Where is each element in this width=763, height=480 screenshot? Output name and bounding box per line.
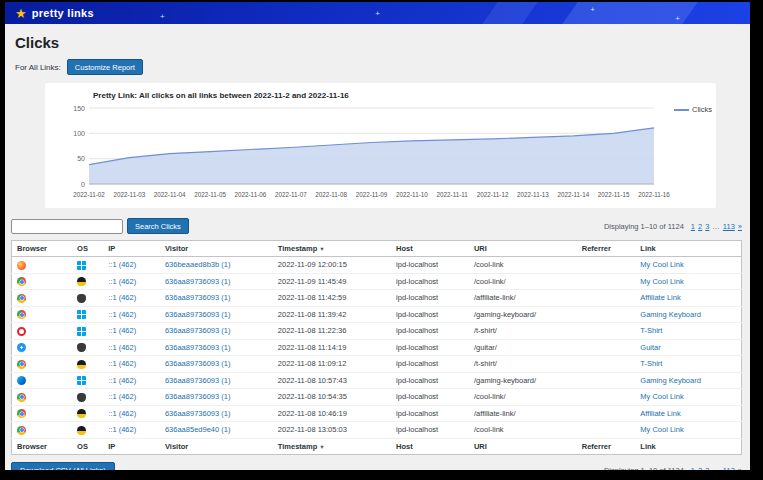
sparkle-icon: + [375,10,380,18]
pretty-link-link[interactable]: T-Shirt [640,359,662,368]
svg-text:2022-11-07: 2022-11-07 [275,191,307,198]
customize-report-button[interactable]: Customize Report [67,59,143,75]
column-header-visitor[interactable]: Visitor [160,438,273,454]
pagination-page-3[interactable]: 3 [705,466,709,470]
timestamp-cell: 2022-11-08 10:46:19 [273,405,391,422]
column-header-os[interactable]: OS [72,241,103,257]
pretty-link-link[interactable]: My Cool Link [640,277,683,286]
timestamp-cell: 2022-11-08 10:57:43 [273,372,391,389]
linux-os-icon [77,360,86,369]
column-header-link[interactable]: Link [635,241,741,257]
browser-cell [12,422,73,439]
sparkle-icon: + [590,6,595,14]
column-header-referrer[interactable]: Referrer [577,241,636,257]
svg-text:2022-11-08: 2022-11-08 [315,191,347,198]
pagination-page-»[interactable]: » [738,222,742,231]
pagination-page-1[interactable]: 1 [691,222,695,231]
ip-link[interactable]: ::1 (462) [108,359,136,368]
visitor-link[interactable]: 636aa85ed9e40 (1) [165,425,230,434]
ip-cell: ::1 (462) [103,290,160,307]
host-cell: ipd-localhost [391,405,469,422]
column-header-ip[interactable]: IP [103,438,160,454]
os-cell [72,257,103,274]
pagination-page-3[interactable]: 3 [705,222,709,231]
visitor-link[interactable]: 636aa89736093 (1) [165,343,230,352]
visitor-link[interactable]: 636aa89736093 (1) [165,409,230,418]
ip-link[interactable]: ::1 (462) [108,260,136,269]
column-header-referrer[interactable]: Referrer [577,438,636,454]
column-header-browser[interactable]: Browser [12,241,73,257]
pretty-link-link[interactable]: Gaming Keyboard [640,376,700,385]
column-header-visitor[interactable]: Visitor [160,241,273,257]
ip-link[interactable]: ::1 (462) [108,310,136,319]
pretty-link-link[interactable]: Affiliate Link [640,293,680,302]
os-cell [72,356,103,373]
visitor-link[interactable]: 636aa89736093 (1) [165,293,230,302]
ip-cell: ::1 (462) [103,306,160,323]
pretty-link-link[interactable]: My Cool Link [640,392,683,401]
column-header-ip[interactable]: IP [103,241,160,257]
column-header-host[interactable]: Host [391,241,469,257]
pretty-link-link[interactable]: Affiliate Link [640,409,680,418]
legend-swatch [674,109,689,111]
page-title: Clicks [15,34,742,51]
visitor-link[interactable]: 636aa89736093 (1) [165,310,230,319]
column-header-timestamp[interactable]: Timestamp▼ [273,438,391,454]
pagination-page-113[interactable]: 113 [723,222,735,231]
host-cell: ipd-localhost [391,257,469,274]
ip-link[interactable]: ::1 (462) [108,326,136,335]
pagination-ellipsis: … [712,466,720,470]
os-cell [72,422,103,439]
column-header-timestamp[interactable]: Timestamp▼ [273,241,391,257]
ip-cell: ::1 (462) [103,323,160,340]
table-row: ::1 (462)636aa89736093 (1)2022-11-09 11:… [12,273,742,290]
column-header-uri[interactable]: URI [469,438,577,454]
edge-browser-icon [17,376,26,385]
column-header-os[interactable]: OS [72,438,103,454]
ip-link[interactable]: ::1 (462) [108,293,136,302]
svg-text:2022-11-09: 2022-11-09 [356,191,388,198]
pretty-link-link[interactable]: My Cool Link [640,425,683,434]
visitor-link[interactable]: 636aa89736093 (1) [165,326,230,335]
pagination-page-1[interactable]: 1 [691,466,695,470]
clicks-table: BrowserOSIPVisitorTimestamp▼HostURIRefer… [11,240,742,455]
visitor-link[interactable]: 636aa89736093 (1) [165,277,230,286]
pretty-link-link[interactable]: My Cool Link [640,260,683,269]
visitor-link[interactable]: 636beaaed8b3b (1) [165,260,230,269]
svg-text:2022-11-04: 2022-11-04 [154,191,186,198]
column-header-uri[interactable]: URI [469,241,577,257]
pretty-link-cell: Affiliate Link [635,290,741,307]
sparkle-icon: + [160,13,165,21]
pagination-page-2[interactable]: 2 [698,222,702,231]
timestamp-cell: 2022-11-08 11:22:36 [273,323,391,340]
search-row: Search Clicks Displaying 1–10 of 1124123… [11,218,742,234]
pagination-page-»[interactable]: » [738,466,742,470]
pagination-page-113[interactable]: 113 [723,466,735,470]
ip-link[interactable]: ::1 (462) [108,376,136,385]
column-header-host[interactable]: Host [391,438,469,454]
ip-link[interactable]: ::1 (462) [108,409,136,418]
pretty-link-link[interactable]: Guitar [640,343,660,352]
pretty-link-link[interactable]: Gaming Keyboard [640,310,700,319]
search-clicks-button[interactable]: Search Clicks [127,218,189,234]
ip-link[interactable]: ::1 (462) [108,425,136,434]
linux-os-icon [77,409,86,418]
visitor-link[interactable]: 636aa89736093 (1) [165,359,230,368]
ip-link[interactable]: ::1 (462) [108,392,136,401]
download-csv-button[interactable]: Download CSV (All Links) [11,462,115,470]
column-header-browser[interactable]: Browser [12,438,73,454]
pagination-page-2[interactable]: 2 [698,466,702,470]
pretty-link-link[interactable]: T-Shirt [640,326,662,335]
column-header-link[interactable]: Link [635,438,741,454]
search-input[interactable] [11,219,123,234]
ip-link[interactable]: ::1 (462) [108,343,136,352]
visitor-cell: 636aa89736093 (1) [160,356,273,373]
referrer-cell [577,323,636,340]
host-cell: ipd-localhost [391,306,469,323]
visitor-link[interactable]: 636aa89736093 (1) [165,392,230,401]
ip-link[interactable]: ::1 (462) [108,277,136,286]
app-header: ★ pretty links + + + + [5,2,750,24]
svg-text:2022-11-05: 2022-11-05 [194,191,226,198]
visitor-link[interactable]: 636aa89736093 (1) [165,376,230,385]
pretty-link-cell: Gaming Keyboard [635,306,741,323]
